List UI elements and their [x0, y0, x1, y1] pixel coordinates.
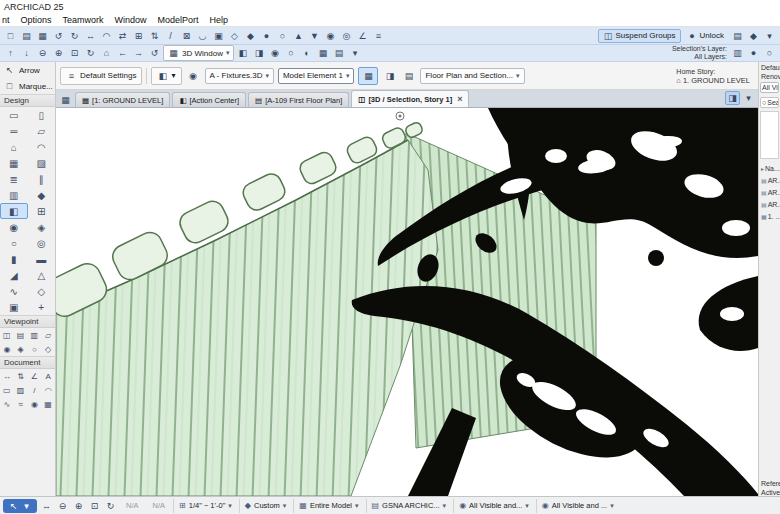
bring-forward-icon[interactable]: ▲: [291, 29, 306, 43]
pen-set-combo[interactable]: ◆ Custom ▾: [239, 499, 292, 513]
zoom-out-icon[interactable]: ⊖: [55, 499, 70, 513]
eye-icon[interactable]: ◉: [186, 69, 201, 83]
document-3d-tool[interactable]: ◈: [14, 342, 28, 356]
camera-icon[interactable]: ◉: [267, 46, 282, 60]
railing-tool[interactable]: ∥: [28, 171, 56, 187]
more-design-tools[interactable]: +: [28, 299, 56, 315]
inject-parameters-icon[interactable]: ◎: [339, 29, 354, 43]
window-tool[interactable]: ⊞: [28, 203, 56, 219]
measure-icon[interactable]: ∠: [355, 29, 370, 43]
column-tool[interactable]: ▯: [28, 107, 56, 123]
zoom-in-icon[interactable]: ⊕: [71, 499, 86, 513]
search-box[interactable]: ○ Search: [760, 97, 779, 108]
home-story-value[interactable]: 1. GROUND LEVEL: [683, 76, 750, 85]
renovation-filter-combo[interactable]: All Visi...: [760, 82, 779, 93]
camera-tool[interactable]: ○: [28, 342, 42, 356]
view-display-combo[interactable]: Floor Plan and Section... ▾: [420, 68, 524, 84]
shadows-icon[interactable]: ◐: [299, 46, 314, 60]
orbit-icon[interactable]: ↻: [103, 499, 118, 513]
menu-item-nt[interactable]: nt: [2, 15, 10, 25]
default-settings-button[interactable]: ≡ Default Settings: [60, 67, 142, 85]
pan-icon[interactable]: ↔: [39, 499, 54, 513]
fill-tool[interactable]: ▨: [14, 383, 28, 397]
toolbar-options-icon[interactable]: ≡: [371, 29, 386, 43]
dimension-tool[interactable]: ↔: [0, 369, 14, 383]
layer-combination-combo[interactable]: ▤ GSNA ARCHIC... ▾: [366, 499, 452, 513]
tab-close-icon[interactable]: ×: [455, 94, 462, 104]
menu-item-help[interactable]: Help: [210, 15, 229, 25]
navigator-list-box[interactable]: [760, 111, 779, 159]
fillet-icon[interactable]: ◡: [195, 29, 210, 43]
beam-segment-tool[interactable]: ▬: [28, 251, 56, 267]
truss-tool[interactable]: △: [28, 267, 56, 283]
new-icon[interactable]: □: [3, 29, 18, 43]
arrow-tool[interactable]: ↖ Arrow: [0, 62, 55, 78]
nav-item-ground-level[interactable]: ▦ 1. ...: [759, 210, 780, 222]
pickup-parameters-icon[interactable]: ◉: [323, 29, 338, 43]
more-tools-dropdown-icon[interactable]: ▾: [762, 29, 777, 43]
interior-elevation-tool[interactable]: ▥: [28, 328, 42, 342]
door-tool[interactable]: ◧: [0, 203, 28, 219]
toolbox-section-design[interactable]: Design: [0, 94, 55, 107]
nav-item-archicad-2[interactable]: ▤ AR...: [759, 186, 780, 198]
sun-icon[interactable]: ○: [283, 46, 298, 60]
shell-tool[interactable]: ◠: [28, 139, 56, 155]
beam-tool[interactable]: ═: [0, 123, 28, 139]
walk-mode-icon[interactable]: ⌂: [99, 46, 114, 60]
pens-panel-icon[interactable]: ◆: [746, 29, 761, 43]
element-classification-combo[interactable]: Model Element 1 ▾: [278, 68, 355, 84]
stretch-icon[interactable]: ⇅: [147, 29, 162, 43]
story-up-icon[interactable]: ↑: [3, 46, 18, 60]
quick-select-button[interactable]: ↖ ▾: [3, 499, 37, 513]
drag-icon[interactable]: ↔: [83, 29, 98, 43]
model-filter-combo[interactable]: ▦ Entire Model ▾: [293, 499, 363, 513]
open-icon[interactable]: ▤: [19, 29, 34, 43]
story-down-icon[interactable]: ↓: [19, 46, 34, 60]
ungroup-icon[interactable]: ◇: [227, 29, 242, 43]
fit-in-window-icon[interactable]: ⊡: [87, 499, 102, 513]
tab-3d-selection-story-1[interactable]: ◫ [3D / Selection, Story 1] ×: [351, 90, 469, 107]
zoom-out-icon[interactable]: ⊖: [35, 46, 50, 60]
toolbox-section-viewpoint[interactable]: Viewpoint: [0, 315, 55, 328]
tab-action-center[interactable]: ◧ [Action Center]: [172, 92, 246, 107]
render-icon[interactable]: ▦: [315, 46, 330, 60]
line-tool[interactable]: /: [28, 383, 42, 397]
figure-tool[interactable]: ▦: [41, 397, 55, 411]
multiply-icon[interactable]: ⊞: [131, 29, 146, 43]
previous-view-icon[interactable]: ←: [115, 46, 130, 60]
cutaway-icon[interactable]: ◨: [382, 69, 397, 83]
worksheet-tool[interactable]: ▱: [41, 328, 55, 342]
scale-combo[interactable]: ⊞ 1/4" ~ 1'-0" ▾: [173, 499, 237, 513]
orbit-icon[interactable]: ↻: [83, 46, 98, 60]
wall-tool[interactable]: ▭: [0, 107, 28, 123]
polyline-tool[interactable]: ∿: [0, 397, 14, 411]
column-segment-tool[interactable]: ▮: [0, 251, 28, 267]
layer-combo[interactable]: A - Fixtures.3D ▾: [205, 68, 274, 84]
window-selector-combo[interactable]: ▦ 3D Window ▾: [163, 45, 234, 61]
hotspot-tool[interactable]: ◉: [28, 397, 42, 411]
menu-item-options[interactable]: Options: [21, 15, 52, 25]
favorites-default-label[interactable]: Default...: [759, 62, 780, 71]
profile-tool[interactable]: ◇: [28, 283, 56, 299]
view-settings-dropdown-icon[interactable]: ▾: [347, 46, 362, 60]
fit-view-icon[interactable]: ⊡: [67, 46, 82, 60]
tab-overview-icon[interactable]: ▦: [58, 93, 73, 107]
nav-item-archicad-1[interactable]: ▤ AR...: [759, 174, 780, 186]
chevron-down-icon[interactable]: ▾: [741, 91, 756, 105]
autogroup-icon[interactable]: ◆: [243, 29, 258, 43]
level-dimension-tool[interactable]: ⇅: [14, 369, 28, 383]
group-icon[interactable]: ▣: [211, 29, 226, 43]
split-icon[interactable]: /: [163, 29, 178, 43]
nav-item-name[interactable]: ▸ Na...: [759, 162, 780, 174]
viewport-3d[interactable]: [56, 108, 758, 496]
save-icon[interactable]: ▦: [35, 29, 50, 43]
tab-a109-first-floor-plan[interactable]: ▤ [A-109 First Floor Plan]: [248, 92, 349, 107]
unlock-button[interactable]: ● Unlock: [682, 29, 729, 43]
intersect-icon[interactable]: ⊠: [179, 29, 194, 43]
slab-tool[interactable]: ▱: [28, 123, 56, 139]
mirror-icon[interactable]: ⇄: [115, 29, 130, 43]
rotate-icon[interactable]: ◠: [99, 29, 114, 43]
angle-dimension-tool[interactable]: ∠: [28, 369, 42, 383]
marquee-tool[interactable]: □ Marque...: [0, 78, 55, 94]
morph-tool[interactable]: ◆: [28, 187, 56, 203]
